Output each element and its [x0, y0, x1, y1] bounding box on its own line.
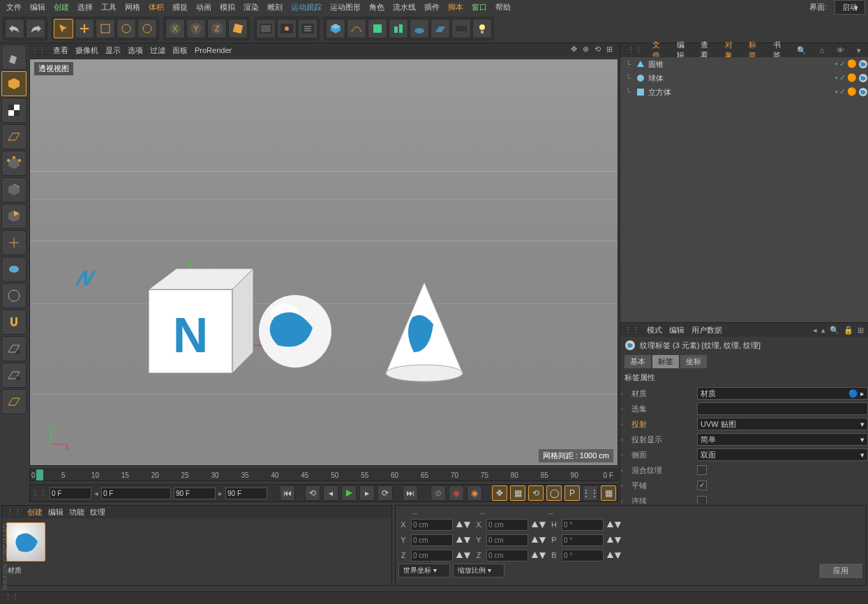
attrtab-basic[interactable]: 基本 — [624, 355, 651, 368]
material-name[interactable]: 材质 — [2, 566, 391, 575]
size-x[interactable] — [486, 519, 528, 531]
frame-total-input[interactable] — [225, 488, 267, 499]
model-mode-button[interactable] — [1, 71, 27, 96]
texture-mode-button[interactable] — [1, 98, 27, 123]
vp-zoom-icon[interactable]: ⊕ — [583, 45, 589, 56]
menu-创建[interactable]: 创建 — [50, 1, 73, 14]
redo-button[interactable] — [26, 19, 45, 38]
autokey-button[interactable]: ◉ — [449, 485, 464, 501]
polygon-mode-button[interactable] — [1, 204, 27, 229]
record-button[interactable]: ⊘ — [431, 485, 446, 501]
opt4-button[interactable]: ◯ — [546, 485, 562, 501]
opt1-button[interactable]: ✥ — [492, 485, 507, 501]
goto-start-button[interactable]: ⏮ — [280, 485, 295, 501]
object-row-立方体[interactable]: └立方体▪✓🟠 — [620, 85, 868, 99]
timeline-playhead[interactable] — [36, 469, 43, 481]
object-row-球体[interactable]: └球体▪✓🟠 — [620, 71, 868, 85]
vp-nav-icon[interactable]: ✥ — [571, 45, 577, 56]
pos-y[interactable] — [411, 534, 453, 546]
add-deformer-button[interactable] — [389, 19, 408, 38]
workplane-button[interactable] — [1, 124, 27, 149]
layout-dropdown[interactable]: 启动 ▾ — [835, 0, 865, 15]
render-button[interactable] — [256, 19, 276, 38]
menu-角色[interactable]: 角色 — [366, 1, 388, 14]
axis-mode-button[interactable] — [1, 230, 27, 255]
add-light-button[interactable] — [472, 19, 492, 38]
menu-运动跟踪[interactable]: 运动跟踪 — [287, 1, 325, 14]
mat-edit[interactable]: 编辑 — [48, 507, 63, 518]
attr-mode[interactable]: 模式 — [647, 325, 662, 335]
mat-tex[interactable]: 纹理 — [90, 507, 105, 518]
menu-选择[interactable]: 选择 — [74, 1, 96, 14]
locked-workplane-button[interactable] — [1, 363, 27, 388]
rotate-tool[interactable] — [117, 19, 136, 38]
select-tool[interactable] — [54, 19, 73, 38]
menu-模拟[interactable]: 模拟 — [216, 1, 239, 14]
menu-动画[interactable]: 动画 — [193, 1, 215, 14]
attr-new-icon[interactable]: ⊞ — [858, 326, 864, 335]
size-z[interactable] — [486, 550, 528, 561]
attr-cont-check[interactable] — [697, 496, 707, 504]
home-icon[interactable]: ⌂ — [815, 45, 828, 56]
loop-button[interactable]: ⟲ — [305, 485, 320, 501]
workplane-lock-button[interactable] — [1, 336, 27, 361]
attrtab-tag[interactable]: 标签 — [652, 355, 679, 368]
viewport-3d[interactable]: 透视视图 N N — [29, 59, 618, 466]
frame-end-input[interactable] — [174, 488, 216, 499]
tweak-mode-button[interactable] — [1, 257, 27, 282]
timeline-ruler[interactable]: 051015202530354045505560657075808590 0 F — [29, 469, 618, 481]
menu-工具[interactable]: 工具 — [98, 1, 120, 14]
material-preview[interactable] — [6, 522, 45, 561]
menu-插件[interactable]: 插件 — [421, 1, 443, 14]
coord-space-dropdown[interactable]: 世界坐标 ▾ — [398, 564, 450, 577]
menu-icon[interactable]: ▾ — [853, 45, 865, 56]
apply-button[interactable]: 应用 — [818, 563, 863, 579]
attr-material-field[interactable]: 材质🔵 ▸ — [697, 387, 868, 400]
rot-p[interactable] — [562, 534, 604, 546]
menu-文件[interactable]: 文件 — [3, 1, 25, 14]
menu-帮助[interactable]: 帮助 — [492, 1, 514, 14]
object-row-圆锥[interactable]: └圆锥▪✓🟠 — [620, 57, 868, 71]
attr-projdisp-field[interactable]: 简单▾ — [697, 433, 868, 446]
frame-cur-input[interactable] — [101, 488, 171, 499]
vp-menu-panel[interactable]: 面板 — [172, 45, 188, 56]
rot-b[interactable] — [562, 550, 604, 561]
render-region-button[interactable] — [277, 19, 297, 38]
attrtab-coord[interactable]: 坐标 — [680, 355, 707, 368]
snap-button[interactable]: S — [1, 283, 27, 308]
opt5-button[interactable]: P — [564, 485, 580, 501]
last-tool[interactable] — [137, 19, 157, 38]
magnet-button[interactable] — [1, 310, 27, 335]
menu-网格[interactable]: 网格 — [121, 1, 144, 14]
undo-button[interactable] — [5, 19, 24, 38]
menu-运动图形[interactable]: 运动图形 — [327, 1, 364, 14]
attr-side-field[interactable]: 双面▾ — [697, 448, 868, 461]
add-environment-button[interactable] — [410, 19, 429, 38]
menu-流水线[interactable]: 流水线 — [389, 1, 419, 14]
vp-menu-prorender[interactable]: ProRender — [195, 46, 232, 54]
frame-start-input[interactable] — [50, 488, 91, 499]
next-frame-button[interactable]: ▸ — [359, 485, 375, 501]
axis-x-button[interactable]: X — [165, 19, 185, 38]
vp-menu-options[interactable]: 选项 — [128, 45, 143, 56]
add-spline-button[interactable] — [347, 19, 366, 38]
menu-体积[interactable]: 体积 — [145, 1, 167, 14]
keyframe-button[interactable]: ◉ — [467, 485, 482, 501]
menu-渲染[interactable]: 渲染 — [240, 1, 262, 14]
vp-layout-icon[interactable]: ⊞ — [606, 45, 613, 56]
edge-mode-button[interactable] — [1, 177, 27, 202]
add-generator-button[interactable] — [368, 19, 387, 38]
play-button[interactable] — [341, 485, 357, 501]
menu-脚本[interactable]: 脚本 — [444, 1, 467, 14]
object-list[interactable]: └圆锥▪✓🟠└球体▪✓🟠└立方体▪✓🟠 — [620, 57, 868, 322]
add-camera-button[interactable] — [451, 19, 471, 38]
coord-system-button[interactable] — [228, 19, 248, 38]
attr-up-icon[interactable]: ▴ — [821, 326, 825, 335]
attr-proj-field[interactable]: UVW 贴图▾ — [697, 418, 868, 430]
attr-tile-check[interactable] — [697, 481, 707, 490]
attr-prev-icon[interactable]: ◂ — [813, 326, 817, 335]
menu-编辑[interactable]: 编辑 — [27, 1, 49, 14]
add-cube-button[interactable] — [326, 19, 345, 38]
vp-menu-display[interactable]: 显示 — [105, 45, 121, 56]
attr-mix-check[interactable] — [697, 465, 707, 475]
